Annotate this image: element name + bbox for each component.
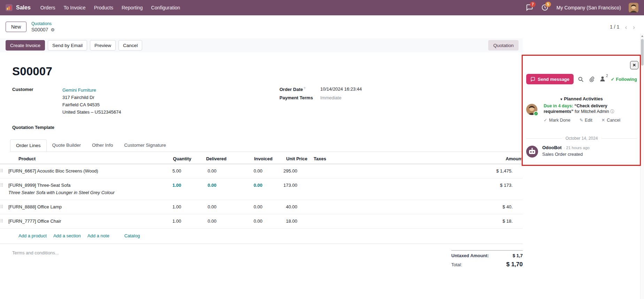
- company-switcher[interactable]: My Company (San Francisco): [557, 5, 621, 10]
- message-author[interactable]: OdooBot: [542, 145, 562, 150]
- menu-to-invoice[interactable]: To Invoice: [60, 0, 90, 15]
- info-icon[interactable]: ⓘ: [610, 109, 614, 114]
- total-value: $ 1,70: [506, 261, 523, 268]
- send-by-email-button[interactable]: Send by Email: [48, 40, 87, 51]
- col-quantity: Quantity: [158, 156, 191, 161]
- product-cell[interactable]: [FURN_7777] Office Chair: [8, 218, 148, 225]
- order-lines-header: Product Quantity Delivered Invoiced Unit…: [0, 152, 523, 164]
- customer-link[interactable]: Gemini Furniture: [62, 87, 96, 93]
- customer-address-line: United States – US12345674: [62, 108, 121, 116]
- status-quotation[interactable]: Quotation: [488, 40, 519, 51]
- search-icon[interactable]: [578, 76, 584, 82]
- pager: 1 / 1 ‹ ›: [610, 24, 635, 30]
- tab-other-info[interactable]: Other Info: [86, 139, 118, 152]
- chevron-down-icon: ▾: [560, 97, 562, 101]
- x-icon: ✕: [601, 117, 605, 123]
- next-page-icon[interactable]: ›: [633, 24, 635, 30]
- amount-cell: $ 40.: [356, 204, 513, 210]
- table-row: ⠿ [FURN_6667] Acoustic Bloc Screens (Woo…: [0, 164, 523, 178]
- drag-handle-icon[interactable]: ⠿: [0, 168, 8, 175]
- invoiced-cell[interactable]: 0.00: [216, 182, 262, 196]
- product-cell[interactable]: [FURN_8888] Office Lamp: [8, 204, 148, 210]
- unit-price-cell[interactable]: 18.00: [262, 218, 297, 225]
- pager-count: 1 / 1: [610, 24, 619, 30]
- quantity-cell[interactable]: 5.00: [148, 168, 181, 175]
- messages-button[interactable]: 7: [526, 4, 534, 12]
- form-sheet: S00007 Customer Gemini Furniture 317 Fai…: [0, 52, 523, 299]
- terms-and-conditions-field[interactable]: Terms and conditions...: [12, 250, 59, 255]
- vertical-scrollbar[interactable]: [640, 33, 644, 299]
- paperclip-icon[interactable]: [589, 76, 595, 82]
- tab-customer-signature[interactable]: Customer Signature: [118, 139, 171, 152]
- customer-label: Customer: [12, 86, 62, 116]
- unit-price-cell[interactable]: 295.00: [262, 168, 297, 175]
- mark-done-button[interactable]: ✓ Mark Done: [544, 117, 570, 123]
- menu-configuration[interactable]: Configuration: [147, 0, 184, 15]
- customer-address-line: Fairfield CA 94535: [62, 101, 121, 108]
- taxes-cell[interactable]: [297, 218, 356, 225]
- delivered-cell[interactable]: 0.00: [181, 182, 216, 196]
- check-icon: ✓: [544, 117, 547, 123]
- close-icon[interactable]: ✕: [630, 61, 638, 69]
- followers-button[interactable]: 2: [600, 76, 605, 83]
- help-icon[interactable]: ?: [304, 86, 305, 90]
- page-title: S00007: [12, 65, 523, 78]
- gear-icon[interactable]: ⚙: [51, 27, 55, 32]
- order-date-label: Order Date?: [279, 86, 320, 92]
- delivered-cell[interactable]: 0.00: [181, 168, 216, 175]
- quantity-cell[interactable]: 1.00: [148, 204, 181, 210]
- menu-products[interactable]: Products: [90, 0, 117, 15]
- breadcrumb: Quotations S00007 ⚙: [31, 21, 55, 32]
- taxes-cell[interactable]: [297, 168, 356, 175]
- drag-handle-icon[interactable]: ⠿: [0, 182, 8, 196]
- activities-button[interactable]: 5: [541, 4, 549, 12]
- add-a-product-link[interactable]: Add a product: [18, 233, 47, 238]
- payment-terms-value[interactable]: Immediate: [320, 95, 342, 100]
- customer-address-line: 317 Fairchild Dr: [62, 94, 121, 101]
- quantity-cell[interactable]: 1.00: [148, 218, 181, 225]
- unit-price-cell[interactable]: 173.00: [262, 182, 297, 196]
- scrollbar-thumb[interactable]: [641, 39, 644, 66]
- tab-order-lines[interactable]: Order Lines: [10, 139, 47, 152]
- app-switcher[interactable]: Sales: [6, 4, 31, 11]
- edit-activity-button[interactable]: ✎ Edit: [580, 117, 592, 123]
- untaxed-amount-label: Untaxed Amount:: [451, 253, 489, 258]
- add-a-section-link[interactable]: Add a section: [53, 233, 81, 238]
- drag-handle-icon[interactable]: ⠿: [0, 204, 8, 210]
- create-invoice-button[interactable]: Create Invoice: [6, 40, 45, 51]
- top-navbar: Sales Orders To Invoice Products Reporti…: [0, 0, 644, 15]
- cancel-button[interactable]: Cancel: [118, 40, 142, 51]
- invoiced-cell[interactable]: 0.00: [216, 204, 262, 210]
- planned-activities-header[interactable]: ▾Planned Activities: [523, 96, 641, 101]
- add-a-note-link[interactable]: Add a note: [87, 233, 109, 238]
- scrollbar-up-arrow-icon[interactable]: [641, 35, 643, 37]
- prev-page-icon[interactable]: ‹: [625, 24, 627, 30]
- quantity-cell[interactable]: 1.00: [148, 182, 181, 196]
- drag-handle-icon[interactable]: ⠿: [0, 218, 8, 225]
- following-button[interactable]: ✓ Following: [611, 77, 637, 82]
- amount-cell: $ 18.: [356, 218, 513, 225]
- delivered-cell[interactable]: 0.00: [181, 204, 216, 210]
- send-message-button[interactable]: Send message: [526, 74, 574, 84]
- product-cell[interactable]: [FURN_6667] Acoustic Bloc Screens (Wood): [8, 168, 148, 175]
- breadcrumb-quotations[interactable]: Quotations: [31, 21, 55, 26]
- cancel-activity-button[interactable]: ✕ Cancel: [601, 117, 620, 123]
- product-cell[interactable]: [FURN_8999] Three-Seat Sofa Three Seater…: [8, 182, 148, 196]
- pencil-icon: ✎: [580, 117, 583, 123]
- activities-badge: 5: [545, 2, 551, 7]
- unit-price-cell[interactable]: 40.00: [262, 204, 297, 210]
- tab-quote-builder[interactable]: Quote Builder: [47, 139, 87, 152]
- user-avatar[interactable]: [629, 3, 638, 13]
- new-button[interactable]: New: [6, 22, 26, 32]
- menu-reporting[interactable]: Reporting: [117, 0, 147, 15]
- order-date-value[interactable]: 10/14/2024 16:23:44: [320, 86, 362, 92]
- invoiced-cell[interactable]: 0.00: [216, 218, 262, 225]
- invoiced-cell[interactable]: 0.00: [216, 168, 262, 175]
- delivered-cell[interactable]: 0.00: [181, 218, 216, 225]
- menu-orders[interactable]: Orders: [36, 0, 60, 15]
- catalog-link[interactable]: Catalog: [124, 233, 140, 238]
- taxes-cell[interactable]: [297, 204, 356, 210]
- taxes-cell[interactable]: [297, 182, 356, 196]
- preview-button[interactable]: Preview: [90, 40, 116, 51]
- activity-done-check-icon: ✓: [534, 111, 538, 116]
